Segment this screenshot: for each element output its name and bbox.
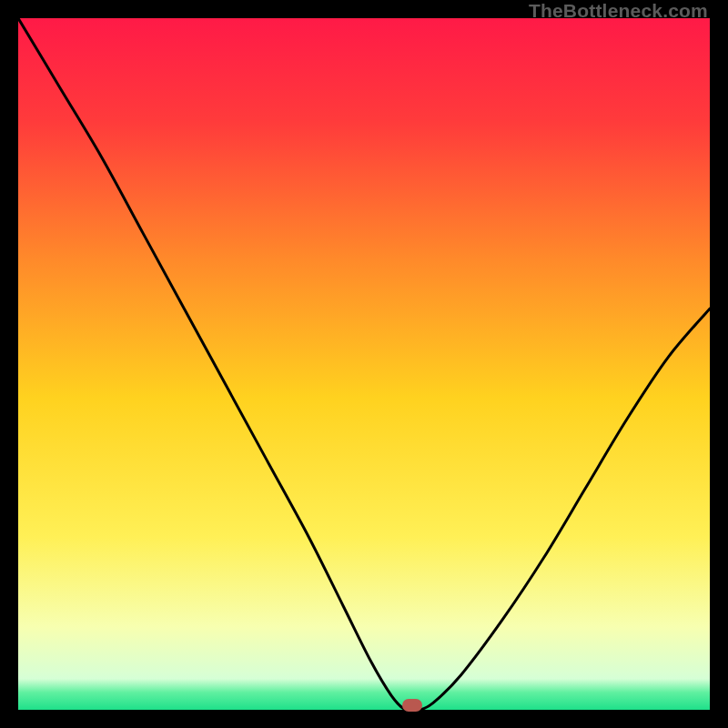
bottleneck-chart: [18, 18, 710, 710]
optimal-point-marker: [402, 699, 422, 712]
gradient-background: [18, 18, 710, 710]
chart-frame: [18, 18, 710, 710]
watermark-text: TheBottleneck.com: [529, 0, 708, 22]
